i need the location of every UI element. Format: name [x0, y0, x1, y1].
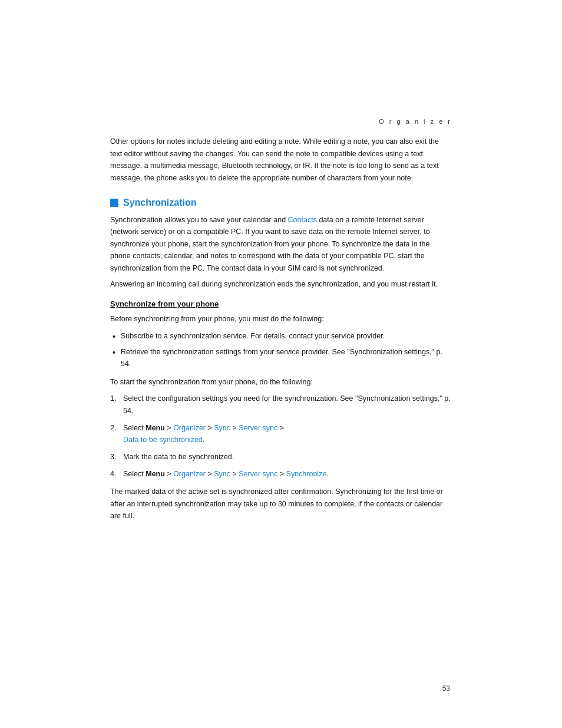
section-heading: Synchronization	[110, 197, 452, 208]
step-2-sep2: >	[206, 424, 214, 432]
list-item: Subscribe to a synchronization service. …	[110, 330, 452, 342]
numbered-steps: Select the configuration settings you ne…	[110, 393, 452, 480]
step-2-data[interactable]: Data to be synchronized	[123, 436, 203, 444]
step-2-sep4: >	[277, 424, 284, 432]
intro-paragraph: Other options for notes include deleting…	[110, 136, 452, 185]
step-2-serversync[interactable]: Server sync	[239, 424, 277, 432]
step-2-sep3: >	[230, 424, 239, 432]
conclusion-paragraph: The marked data of the active set is syn…	[110, 486, 452, 522]
step-2: Select Menu > Organizer > Sync > Server …	[110, 422, 452, 446]
step-2-post: .	[203, 436, 204, 444]
subsection-heading: Synchronize from your phone	[110, 299, 452, 308]
sync-para1-pre: Synchronization allows you to save your …	[110, 216, 288, 224]
steps-intro: To start the synchronization from your p…	[110, 376, 452, 388]
step-4-organizer[interactable]: Organizer	[173, 470, 206, 478]
step-1: Select the configuration settings you ne…	[110, 393, 452, 417]
step-1-text: Select the configuration settings you ne…	[123, 394, 451, 415]
bullet-list: Subscribe to a synchronization service. …	[110, 330, 452, 370]
section-title: Synchronization	[123, 197, 196, 208]
step-4-sep1: >	[165, 470, 173, 478]
page-number: 53	[442, 684, 450, 693]
page: O r g a n i z e r Other options for note…	[0, 0, 562, 728]
steps-intro-before: Before synchronizing from your phone, yo…	[110, 313, 452, 325]
sync-paragraph-1: Synchronization allows you to save your …	[110, 214, 452, 275]
step-4-sync[interactable]: Sync	[214, 470, 230, 478]
step-2-menu[interactable]: Menu	[146, 424, 165, 432]
step-4-sep2: >	[206, 470, 214, 478]
step-3: Mark the data to be synchronized.	[110, 451, 452, 463]
sync-paragraph-2: Answering an incoming call during synchr…	[110, 278, 452, 291]
step-4-serversync[interactable]: Server sync	[239, 470, 277, 478]
step-2-sync[interactable]: Sync	[214, 424, 230, 432]
step-4: Select Menu > Organizer > Sync > Server …	[110, 468, 452, 480]
step-4-post: .	[326, 470, 328, 478]
step-4-sep3: >	[230, 470, 239, 478]
content-area: O r g a n i z e r Other options for note…	[110, 0, 452, 573]
step-3-text: Mark the data to be synchronized.	[123, 453, 234, 461]
step-4-pre: Select	[123, 470, 146, 478]
section-icon	[110, 199, 118, 207]
step-2-pre: Select	[123, 424, 146, 432]
step-4-menu[interactable]: Menu	[146, 470, 165, 478]
contacts-link[interactable]: Contacts	[288, 216, 317, 224]
step-2-organizer[interactable]: Organizer	[173, 424, 206, 432]
step-2-sep1: >	[165, 424, 173, 432]
section-header: O r g a n i z e r	[110, 118, 452, 125]
step-4-synchronize[interactable]: Synchronize	[286, 470, 327, 478]
step-4-sep4: >	[277, 470, 286, 478]
list-item: Retrieve the synchronization settings fr…	[110, 346, 452, 370]
